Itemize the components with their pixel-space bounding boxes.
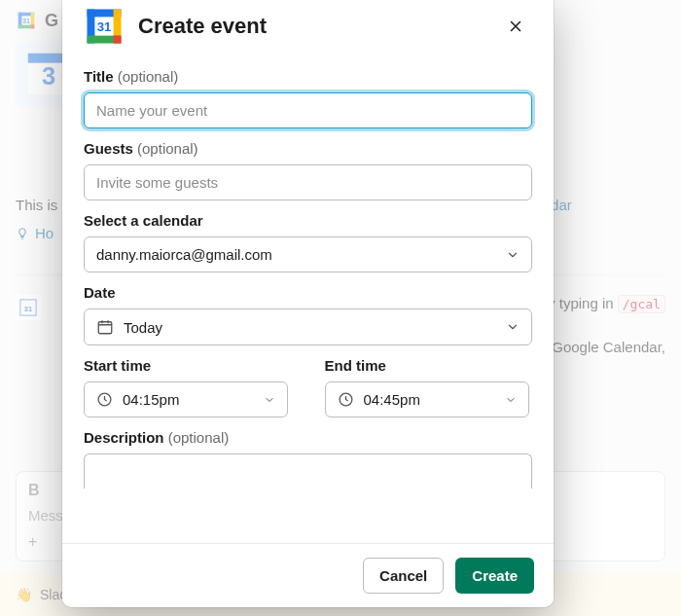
title-input[interactable] <box>84 92 532 128</box>
modal-header: 31 Create event <box>62 0 554 54</box>
end-time-value: 04:45pm <box>364 391 420 408</box>
close-button[interactable] <box>499 10 532 43</box>
svg-rect-19 <box>114 36 122 44</box>
title-label: Title (optional) <box>84 68 532 85</box>
svg-rect-21 <box>98 322 112 334</box>
title-field: Title (optional) <box>84 68 532 128</box>
end-time-field: End time 04:45pm <box>325 357 533 417</box>
create-event-modal: 31 Create event Title (optional) Guests … <box>62 0 554 607</box>
chevron-down-icon <box>264 394 275 406</box>
svg-text:31: 31 <box>97 19 112 34</box>
modal-title: Create event <box>138 14 267 39</box>
clock-icon <box>338 391 354 408</box>
gcal-icon: 31 <box>84 6 125 47</box>
create-button[interactable]: Create <box>455 558 534 594</box>
date-select[interactable]: Today <box>84 308 532 345</box>
date-label: Date <box>84 284 532 301</box>
chevron-down-icon <box>505 394 517 406</box>
calendar-select[interactable]: danny.maiorca@gmail.com <box>84 236 532 272</box>
date-field: Date Today <box>84 284 532 345</box>
calendar-value: danny.maiorca@gmail.com <box>96 246 272 263</box>
start-time-label: Start time <box>84 357 292 374</box>
close-icon <box>507 18 524 35</box>
modal-body: Title (optional) Guests (optional) Selec… <box>62 54 554 543</box>
description-input[interactable] <box>84 453 532 489</box>
time-fields: Start time 04:15pm End <box>84 357 532 417</box>
start-time-value: 04:15pm <box>123 391 179 408</box>
end-time-select[interactable]: 04:45pm <box>325 381 529 417</box>
guests-label: Guests (optional) <box>84 140 532 157</box>
description-field: Description (optional) <box>84 429 532 489</box>
guests-input[interactable] <box>84 164 532 200</box>
guests-field: Guests (optional) <box>84 140 532 200</box>
start-time-select[interactable]: 04:15pm <box>84 381 288 417</box>
chevron-down-icon <box>506 320 520 334</box>
clock-icon <box>96 391 113 408</box>
cancel-button[interactable]: Cancel <box>363 558 444 594</box>
modal-footer: Cancel Create <box>62 543 554 607</box>
end-time-label: End time <box>325 357 533 374</box>
date-value: Today <box>124 319 162 336</box>
calendar-page-icon <box>96 318 114 336</box>
start-time-field: Start time 04:15pm <box>84 357 292 417</box>
calendar-field: Select a calendar danny.maiorca@gmail.co… <box>84 212 532 272</box>
calendar-label: Select a calendar <box>84 212 532 229</box>
chevron-down-icon <box>506 248 520 262</box>
description-label: Description (optional) <box>84 429 532 446</box>
